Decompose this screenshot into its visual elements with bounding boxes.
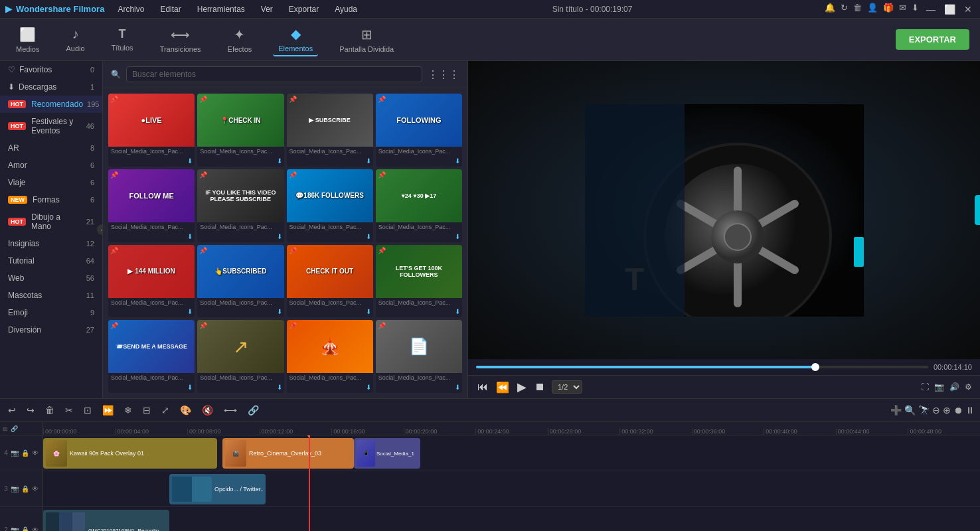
element-card-7[interactable]: 💬186K FOLLOWERS 📌 ⬇ Social_Media_Icons_P… [287, 169, 373, 242]
element-card-15[interactable]: 🎪 📌 ⬇ Social_Media_Icons_Pac... [287, 320, 373, 393]
sidebar-item-tutorial[interactable]: Tutorial 64 [0, 252, 102, 269]
tab-efectos[interactable]: ✦ Efectos [222, 24, 258, 56]
settings-icon[interactable]: ⚙ [965, 382, 972, 392]
element-card-8[interactable]: ♥24 ♥30 ▶17 📌 ⬇ Social_Media_Icons_Pac..… [376, 169, 462, 242]
zoom-in-icon[interactable]: 🔍 [904, 405, 916, 416]
maximize-button[interactable]: ⬜ [943, 3, 956, 16]
export-button[interactable]: EXPORTAR [896, 29, 969, 50]
sidebar-item-festivales[interactable]: HOT Festivales y Eventos 46 [0, 113, 102, 139]
snapshot-icon[interactable]: 📷 [934, 382, 944, 392]
icon-download[interactable]: ⬇ [912, 3, 919, 16]
icon-mail[interactable]: ✉ [899, 3, 906, 16]
element-card-4[interactable]: FOLLOWING 📌 ⬇ Social_Media_Icons_Pac... [376, 94, 462, 167]
volume-icon[interactable]: 🔊 [949, 382, 959, 392]
tab-elementos[interactable]: ◆ Elementos [273, 23, 318, 56]
icon-user[interactable]: 👤 [867, 3, 878, 16]
redo-button[interactable]: ↪ [24, 404, 37, 417]
clip-kawaii[interactable]: 🌸 Kawaii 90s Pack Overlay 01 [43, 438, 217, 469]
clip-retro[interactable]: 🎬 Retro_Cinema_Overlay_03 [222, 438, 354, 469]
clip-gmc[interactable]: GMC201097169M1_Recording_C... [43, 510, 169, 531]
sidebar-item-insignias[interactable]: Insignias 12 [0, 235, 102, 252]
menu-herramientas[interactable]: Herramientas [195, 3, 248, 15]
tab-pantalla-dividida[interactable]: ⊞ Pantalla Dividida [334, 24, 399, 56]
element-card-6[interactable]: IF YOU LIKE THIS VIDEO PLEASE SUBSCRIBE … [197, 169, 284, 242]
tab-audio[interactable]: ♪ Audio [60, 24, 90, 55]
sidebar-item-amor[interactable]: Amor 6 [0, 157, 102, 174]
sidebar-item-dibujo[interactable]: HOT Dibujo a Mano 21 [0, 208, 102, 235]
element-card-11[interactable]: CHECK IT OUT 📌 ⬇ Social_Media_Icons_Pac.… [287, 245, 373, 318]
add-track-label-icon[interactable]: ⊞ [3, 425, 8, 432]
icon-refresh[interactable]: ↻ [841, 3, 848, 16]
freeze-button[interactable]: ❄ [122, 404, 135, 417]
record-icon[interactable]: ⏺ [953, 405, 963, 416]
track-3-eye-icon[interactable]: 👁 [32, 485, 39, 493]
track-2-lock-icon[interactable]: 🔒 [21, 526, 29, 531]
transition-button[interactable]: ⟷ [221, 404, 240, 417]
fullscreen-icon[interactable]: ⛶ [921, 382, 929, 392]
zoom-out-icon[interactable]: 🔭 [918, 405, 930, 416]
stop-button[interactable]: ⏹ [533, 380, 546, 394]
skip-back-button[interactable]: ⏮ [476, 380, 489, 394]
sidebar-item-descargas[interactable]: ⬇ Descargas 1 [0, 78, 102, 96]
element-card-12[interactable]: LET'S GET 100K FOLLOWERS 📌 ⬇ Social_Medi… [376, 245, 462, 318]
clip-overlay[interactable]: Opcido... / Twitter... [169, 474, 266, 504]
audio-sep-button[interactable]: 🔇 [199, 404, 216, 417]
element-card-5[interactable]: FOLLOW ME 📌 ⬇ Social_Media_Icons_Pac... [108, 169, 195, 242]
menu-ver[interactable]: Ver [258, 3, 276, 15]
element-card-13[interactable]: 📨SEND ME A MESSAGE 📌 ⬇ Social_Media_Icon… [108, 320, 195, 393]
close-button[interactable]: ✕ [961, 3, 975, 16]
frame-back-button[interactable]: ⏪ [495, 380, 511, 395]
menu-editar[interactable]: Editar [157, 3, 183, 15]
track-4-eye-icon[interactable]: 👁 [32, 449, 39, 457]
crop-button[interactable]: ⊡ [81, 404, 94, 417]
color-button[interactable]: 🎨 [177, 404, 194, 417]
tab-titulos[interactable]: T Títulos [106, 25, 139, 54]
element-card-16[interactable]: 📄 📌 ⬇ Social_Media_Icons_Pac... [376, 320, 462, 393]
timeline-ruler[interactable]: 00:00:00:00 00:00:04:00 00:00:08:00 00:0… [43, 422, 980, 435]
clip-social[interactable]: 📱 Social_Media_1 [354, 438, 420, 469]
progress-thumb[interactable] [811, 363, 819, 371]
delete-button[interactable]: 🗑 [42, 404, 57, 417]
menu-archivo[interactable]: Archivo [115, 3, 147, 15]
menu-ayuda[interactable]: Ayuda [332, 3, 360, 15]
cut-button[interactable]: ✂ [62, 404, 76, 417]
speed-button[interactable]: ⏩ [100, 404, 116, 417]
sidebar-item-ar[interactable]: AR 8 [0, 139, 102, 157]
sidebar-item-favoritos[interactable]: ♡ Favoritos 0 [0, 61, 102, 78]
link-icon[interactable]: 🔗 [11, 425, 18, 432]
playhead[interactable] [309, 435, 310, 531]
split-button[interactable]: ⊟ [140, 404, 153, 417]
sidebar-item-web[interactable]: Web 56 [0, 269, 102, 287]
track-4-lock-icon[interactable]: 🔒 [21, 449, 29, 457]
element-card-10[interactable]: 👆SUBSCRIBED 📌 ⬇ Social_Media_Icons_Pac..… [197, 245, 284, 318]
play-button[interactable]: ▶ [516, 378, 528, 396]
menu-exportar[interactable]: Exportar [286, 3, 321, 15]
grid-toggle-icon[interactable]: ⋮⋮⋮ [428, 68, 459, 81]
track-2-eye-icon[interactable]: 👁 [32, 526, 39, 531]
pause-all-icon[interactable]: ⏸ [965, 405, 975, 416]
tab-transiciones[interactable]: ⟷ Transiciones [155, 24, 206, 56]
add-track-icon[interactable]: ➕ [890, 405, 902, 416]
element-card-14[interactable]: ↗ 📌 ⬇ Social_Media_Icons_Pac... [197, 320, 284, 393]
sidebar-item-formas[interactable]: NEW Formas 6 [0, 191, 102, 208]
sidebar-item-recomendado[interactable]: HOT Recomendado 195 [0, 96, 102, 113]
expand-icon[interactable]: ⊕ [943, 405, 951, 416]
sidebar-item-emoji[interactable]: Emoji 9 [0, 304, 102, 321]
element-card-1[interactable]: ●LIVE 📌 ⬇ Social_Media_Icons_Pac... [108, 94, 195, 167]
element-card-2[interactable]: 📍CHECK IN 📌 ⬇ Social_Media_Icons_Pac... [197, 94, 284, 167]
icon-gift[interactable]: 🎁 [883, 3, 894, 16]
sidebar-item-diversion[interactable]: Diversión 27 [0, 321, 102, 339]
minimize-button[interactable]: — [924, 3, 938, 16]
sidebar-item-mascotas[interactable]: Mascotas 11 [0, 287, 102, 304]
element-card-9[interactable]: ▶ 144 MILLION 📌 ⬇ Social_Media_Icons_Pac… [108, 245, 195, 318]
track-3-lock-icon[interactable]: 🔒 [21, 485, 29, 493]
sidebar-item-viaje[interactable]: Viaje 6 [0, 174, 102, 191]
fit-button[interactable]: ⤢ [159, 404, 172, 417]
sidebar-collapse-button[interactable]: ‹ [97, 224, 103, 235]
undo-button[interactable]: ↩ [5, 404, 19, 417]
icon-trash[interactable]: 🗑 [853, 3, 862, 16]
progress-bar[interactable] [476, 366, 928, 368]
icon-notification[interactable]: 🔔 [825, 3, 835, 16]
snap-button[interactable]: 🔗 [245, 404, 262, 417]
collapse-icon[interactable]: ⊖ [932, 405, 940, 416]
